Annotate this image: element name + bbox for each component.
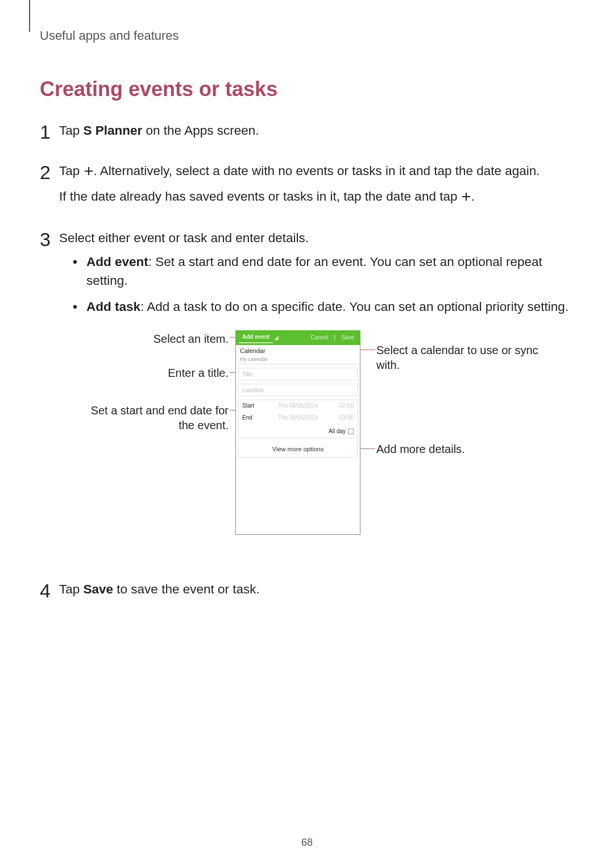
section-heading: Creating events or tasks	[40, 77, 574, 101]
leader-line	[360, 350, 375, 350]
callout-set-dates: Set a start and end date for the event.	[75, 403, 229, 433]
bullet-add-event: Add event: Set a start and end date for …	[73, 253, 574, 290]
app-name: S Planner	[84, 123, 143, 138]
text: to save the event or task.	[113, 582, 260, 596]
datetime-box: Start Thu 08/05/2014 02:00 End Thu 08/05…	[238, 400, 358, 438]
bullet-label: Add task	[86, 300, 140, 314]
checkbox-icon	[348, 429, 354, 434]
callout-select-calendar: Select a calendar to use or sync with.	[376, 343, 553, 372]
text: If the date already has saved events or …	[59, 189, 461, 203]
start-row[interactable]: Start Thu 08/05/2014 02:00	[239, 400, 357, 412]
bullet-label: Add event	[86, 255, 148, 269]
step-3-lead: Select either event or task and enter de…	[59, 229, 574, 248]
step-2-p2: If the date already has saved events or …	[59, 188, 574, 207]
step-3: 3 Select either event or task and enter …	[40, 229, 574, 565]
tab-add-event[interactable]: Add event	[239, 332, 273, 344]
text: Tap	[59, 582, 84, 596]
end-date: Thu 08/05/2014	[265, 414, 331, 422]
plus-icon	[84, 163, 94, 182]
title-input[interactable]: Title	[238, 368, 358, 380]
step-2: 2 Tap . Alternatively, select a date wit…	[40, 162, 574, 213]
tab-indicator-icon: ◢	[274, 334, 279, 342]
text: Tap	[59, 164, 84, 178]
steps-list: 1 Tap S Planner on the Apps screen. 2 Ta…	[40, 122, 574, 605]
divider: |	[331, 334, 339, 342]
start-label: Start	[242, 402, 262, 410]
step-number: 1	[40, 118, 59, 146]
calendar-picker[interactable]: Calendar My calendar	[235, 345, 360, 364]
text: .	[471, 189, 475, 203]
plus-icon	[461, 189, 471, 207]
page: Useful apps and features Creating events…	[0, 0, 614, 868]
view-more-options[interactable]: View more options	[238, 442, 358, 458]
start-time: 02:00	[334, 402, 354, 410]
allday-toggle[interactable]: All day	[329, 427, 354, 436]
screenshot-diagram: Select an item. Enter a title. Set a sta…	[75, 327, 558, 554]
save-label: Save	[84, 582, 114, 596]
location-input[interactable]: Location	[238, 384, 358, 396]
end-row[interactable]: End Thu 08/05/2014 03:00	[239, 412, 357, 424]
save-button[interactable]: Save	[338, 334, 357, 342]
allday-label: All day	[329, 427, 346, 436]
callout-enter-title: Enter a title.	[75, 366, 229, 380]
text: . Alternatively, select a date with no e…	[94, 164, 540, 178]
calendar-label: Calendar	[240, 347, 356, 356]
end-label: End	[242, 414, 262, 422]
phone-topbar: Add event ◢ Cancel | Save	[235, 330, 360, 345]
step-2-p1: Tap . Alternatively, select a date with …	[59, 162, 574, 182]
step-1: 1 Tap S Planner on the Apps screen.	[40, 122, 574, 146]
cancel-button[interactable]: Cancel	[308, 334, 331, 342]
text: on the Apps screen.	[142, 123, 259, 138]
step-number: 3	[40, 226, 59, 565]
breadcrumb: Useful apps and features	[40, 28, 574, 43]
bullet-add-task: Add task: Add a task to do on a specific…	[73, 298, 574, 317]
calendar-value: My calendar	[240, 356, 356, 363]
step-4: 4 Tap Save to save the event or task.	[40, 580, 574, 605]
bullets: Add event: Set a start and end date for …	[73, 253, 574, 317]
bullet-text: : Add a task to do on a specific date. Y…	[140, 300, 569, 314]
step-1-text: Tap S Planner on the Apps screen.	[59, 122, 574, 140]
phone-screenshot: Add event ◢ Cancel | Save Calendar My ca…	[235, 330, 360, 535]
start-date: Thu 08/05/2014	[265, 402, 331, 410]
text: Tap	[59, 123, 84, 138]
step-number: 4	[40, 577, 59, 605]
callout-select-item: Select an item.	[75, 331, 229, 346]
page-number: 68	[0, 837, 614, 849]
step-number: 2	[40, 159, 59, 213]
bullet-text: : Set a start and end date for an event.…	[86, 255, 542, 288]
binding-mark	[29, 0, 30, 32]
end-time: 03:00	[334, 414, 354, 422]
callout-add-more: Add more details.	[376, 442, 536, 456]
step-4-text: Tap Save to save the event or task.	[59, 580, 574, 599]
